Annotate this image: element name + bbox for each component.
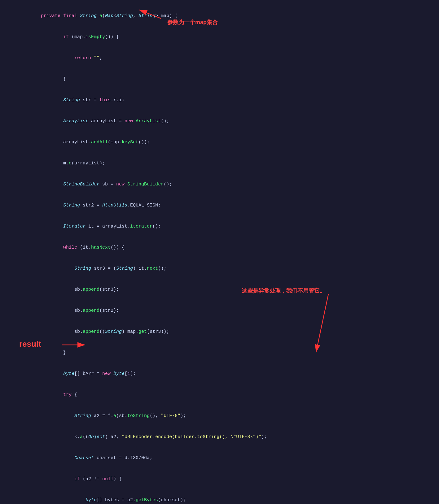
code-line: m.c(arrayList); [0, 153, 439, 174]
code-line: String str2 = HttpUtils.EQUAL_SIGN; [0, 195, 439, 216]
code-line: } [0, 69, 439, 90]
code-line: private final String a(Map<String, Strin… [0, 6, 439, 27]
code-line: Iterator it = arrayList.iterator(); [0, 216, 439, 237]
code-line: if (a2 != null) { [0, 469, 439, 490]
code-line: try { [0, 385, 439, 406]
code-line: arrayList.addAll(map.keySet()); [0, 132, 439, 153]
code-line: sb.append(str3); [0, 279, 439, 300]
code-line: String str3 = (String) it.next(); [0, 258, 439, 279]
code-line: sb.append((String) map.get(str3)); [0, 321, 439, 342]
code-line: String str = this.r.i; [0, 90, 439, 111]
code-line: String a2 = f.a(sb.toString(), "UTF-8"); [0, 406, 439, 427]
code-line: byte[] bytes = a2.getBytes(charset); [0, 490, 439, 504]
code-line: k.a((Object) a2, "URLEncoder.encode(buil… [0, 427, 439, 448]
code-line: return ""; [0, 48, 439, 69]
code-line: while (it.hasNext()) { [0, 237, 439, 258]
code-line: sb.append(str2); [0, 300, 439, 321]
code-line: byte[] bArr = new byte[1]; [0, 363, 439, 385]
code-line: ArrayList arrayList = new ArrayList(); [0, 111, 439, 132]
code-line: StringBuilder sb = new StringBuilder(); [0, 174, 439, 195]
code-line: } [0, 342, 439, 363]
code-line: if (map.isEmpty()) { [0, 27, 439, 48]
code-container: private final String a(Map<String, Strin… [0, 0, 439, 504]
code-line: Charset charset = d.f30706a; [0, 448, 439, 469]
